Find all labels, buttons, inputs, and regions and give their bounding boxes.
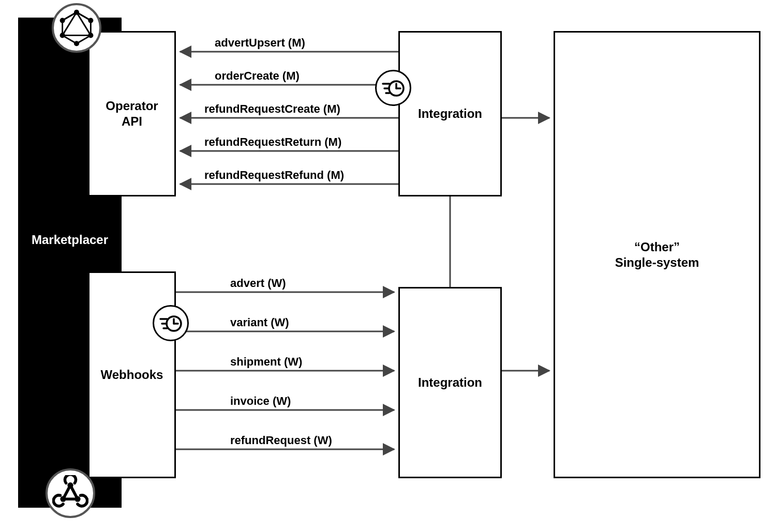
integration-top-label: Integration [418, 107, 482, 121]
webhook-label-2: shipment (W) [230, 355, 302, 369]
operator-api-label-line2: API [106, 114, 158, 129]
scheduled-icon [375, 70, 411, 106]
webhook-label-3: invoice (W) [230, 394, 291, 408]
webhook-label-4: refundRequest (W) [230, 434, 332, 447]
marketplacer-label: Marketplacer [18, 233, 122, 247]
svg-point-20 [74, 41, 79, 46]
mutation-label-0: advertUpsert (M) [215, 36, 305, 50]
operator-api-label-line1: Operator [106, 98, 158, 114]
mutation-label-1: orderCreate (M) [215, 69, 300, 83]
webhooks-box: Webhooks [88, 271, 176, 478]
svg-point-24 [60, 496, 66, 502]
other-system-box: “Other” Single-system [554, 31, 760, 478]
scheduled-icon [153, 305, 189, 341]
svg-point-23 [67, 482, 73, 488]
mutation-label-2: refundRequestCreate (M) [204, 102, 340, 116]
svg-point-22 [60, 18, 65, 23]
webhook-label-0: advert (W) [230, 277, 286, 290]
webhook-icon [46, 468, 95, 518]
other-system-label-line2: Single-system [615, 255, 699, 270]
webhooks-label: Webhooks [101, 368, 163, 382]
integration-bottom-label: Integration [418, 375, 482, 390]
svg-point-21 [60, 33, 65, 38]
svg-marker-14 [63, 12, 91, 36]
svg-point-25 [74, 496, 80, 502]
graphql-icon [52, 3, 101, 53]
svg-point-18 [88, 18, 93, 23]
svg-point-19 [88, 33, 93, 38]
other-system-label: “Other” Single-system [615, 239, 699, 270]
operator-api-box: Operator API [88, 31, 176, 196]
operator-api-label: Operator API [106, 98, 158, 129]
svg-point-17 [74, 10, 79, 15]
integration-bottom-box: Integration [398, 287, 502, 478]
webhook-label-1: variant (W) [230, 316, 289, 329]
mutation-label-3: refundRequestReturn (M) [204, 135, 341, 149]
other-system-label-line1: “Other” [615, 239, 699, 255]
mutation-label-4: refundRequestRefund (M) [204, 169, 344, 182]
integration-top-box: Integration [398, 31, 502, 196]
